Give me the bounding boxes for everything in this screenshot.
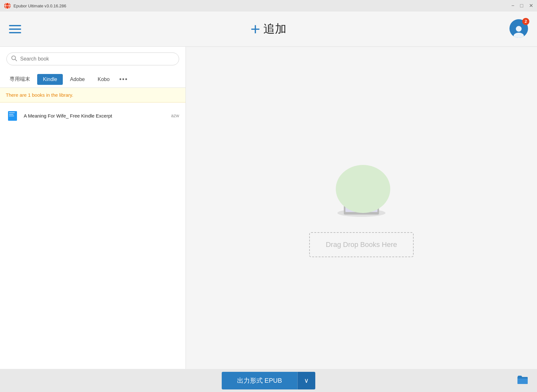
library-notice: There are 1 books in the library. — [0, 88, 186, 102]
drop-illustration — [326, 159, 397, 223]
search-icon — [11, 55, 17, 62]
book-icon — [6, 110, 19, 122]
add-button[interactable]: + 追加 — [251, 21, 286, 37]
illustration-circle — [336, 165, 390, 213]
left-panel: 専用端末 Kindle Adobe Kobo ••• There are 1 b… — [0, 47, 186, 369]
output-format-arrow[interactable]: ∨ — [297, 372, 315, 389]
output-format-button[interactable]: 出力形式 EPUB ∨ — [222, 372, 315, 389]
tab-kobo[interactable]: Kobo — [92, 74, 115, 85]
folder-icon — [517, 375, 528, 384]
toolbar: + 追加 2 — [0, 12, 537, 47]
tabs-bar: 専用端末 Kindle Adobe Kobo ••• — [0, 71, 186, 88]
search-bar-container — [0, 47, 186, 71]
drop-zone[interactable]: Drag Drop Books Here — [309, 232, 414, 257]
menu-button[interactable] — [9, 25, 21, 33]
tab-dedicated[interactable]: 専用端末 — [4, 73, 36, 85]
tab-kindle[interactable]: Kindle — [37, 74, 63, 85]
main-content: 専用端末 Kindle Adobe Kobo ••• There are 1 b… — [0, 47, 537, 369]
svg-rect-8 — [9, 112, 15, 113]
title-bar: Epubor Ultimate v3.0.16.286 − □ ✕ — [0, 0, 537, 12]
bottom-bar: 出力形式 EPUB ∨ — [0, 369, 537, 392]
drop-zone-label: Drag Drop Books Here — [326, 241, 397, 249]
book-title: A Meaning For Wife_ Free Kindle Excerpt — [24, 113, 166, 118]
svg-rect-9 — [9, 114, 13, 115]
right-panel: Drag Drop Books Here — [186, 47, 537, 369]
svg-point-4 — [514, 33, 524, 38]
add-plus-icon: + — [251, 21, 260, 37]
window-controls: − □ ✕ — [511, 3, 533, 8]
book-format: azw — [171, 113, 179, 118]
app-logo — [4, 2, 11, 9]
close-button[interactable]: ✕ — [529, 3, 533, 8]
user-icon — [512, 24, 525, 38]
svg-rect-10 — [9, 116, 14, 116]
minimize-button[interactable]: − — [511, 3, 514, 8]
svg-point-3 — [516, 26, 522, 32]
app-title: Epubor Ultimate v3.0.16.286 — [13, 4, 66, 8]
book-item[interactable]: A Meaning For Wife_ Free Kindle Excerpt … — [0, 106, 186, 126]
search-bar[interactable] — [6, 53, 179, 65]
search-input[interactable] — [20, 56, 174, 62]
tab-adobe[interactable]: Adobe — [64, 74, 90, 85]
svg-line-6 — [15, 59, 17, 61]
add-label: 追加 — [263, 21, 286, 37]
notification-badge: 2 — [522, 18, 529, 25]
output-format-main[interactable]: 出力形式 EPUB — [222, 372, 297, 389]
tab-more[interactable]: ••• — [117, 74, 130, 84]
book-list: A Meaning For Wife_ Free Kindle Excerpt … — [0, 102, 186, 369]
folder-button[interactable] — [517, 375, 528, 387]
maximize-button[interactable]: □ — [520, 3, 523, 8]
user-avatar-container[interactable]: 2 — [509, 19, 528, 39]
